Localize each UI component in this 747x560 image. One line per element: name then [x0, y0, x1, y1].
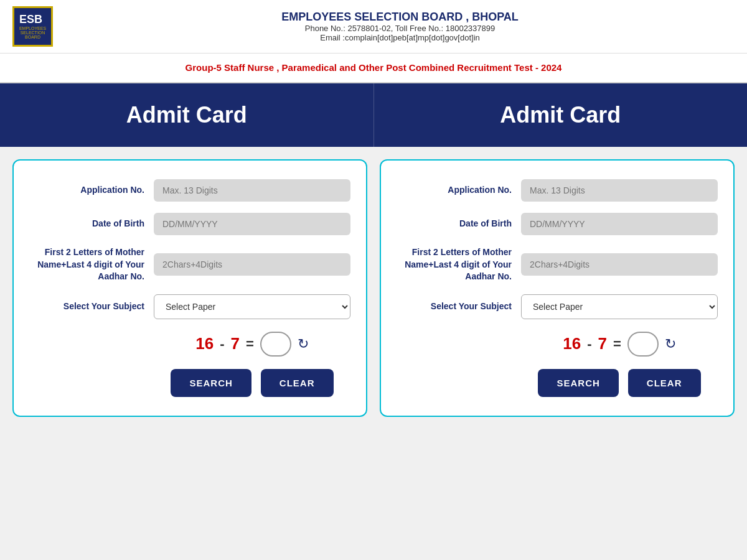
right-admit-title: Admit Card: [387, 102, 735, 128]
right-mother-label: First 2 Letters of Mother Name+Last 4 di…: [397, 246, 521, 283]
right-captcha-input[interactable]: [627, 332, 659, 357]
left-app-no-row: Application No.: [29, 179, 350, 202]
phone-info: Phone No.: 2578801-02, Toll Free No.: 18…: [65, 24, 735, 33]
right-dob-label: Date of Birth: [397, 218, 521, 230]
left-application-no-input[interactable]: [154, 179, 350, 202]
right-dob-row: Date of Birth: [397, 213, 718, 235]
right-subject-row: Select Your Subject Select Paper: [397, 294, 718, 319]
left-dob-label: Date of Birth: [29, 218, 154, 230]
left-captcha-operator: -: [220, 336, 224, 352]
right-refresh-icon[interactable]: ↻: [665, 336, 676, 352]
left-subject-label: Select Your Subject: [29, 294, 154, 313]
right-subject-label: Select Your Subject: [397, 294, 521, 313]
blue-banner: Admit Card Admit Card: [0, 83, 747, 147]
left-admit-banner: Admit Card: [0, 83, 374, 147]
right-captcha-num1: 16: [563, 334, 581, 353]
right-captcha-row: 16 - 7 = ↻: [521, 332, 718, 357]
org-logo: ESB EMPLOYEESSELECTIONBOARD: [12, 6, 53, 47]
right-clear-button[interactable]: CLEAR: [628, 369, 701, 397]
forms-area: Application No. Date of Birth First 2 Le…: [0, 147, 747, 429]
right-captcha-equals: =: [613, 336, 621, 352]
right-application-no-input[interactable]: [521, 179, 718, 202]
left-captcha-equals: =: [246, 336, 254, 352]
right-dob-input[interactable]: [521, 213, 718, 235]
left-captcha-input[interactable]: [260, 332, 291, 357]
left-admit-title: Admit Card: [12, 102, 361, 128]
logo-subtext: EMPLOYEESSELECTIONBOARD: [19, 26, 46, 39]
right-mother-row: First 2 Letters of Mother Name+Last 4 di…: [397, 246, 718, 283]
left-select-paper[interactable]: Select Paper: [154, 294, 350, 319]
left-dob-input[interactable]: [154, 213, 350, 235]
header-info: EMPLOYEES SELECTION BOARD , BHOPAL Phone…: [65, 11, 735, 42]
logo-text: ESB: [19, 14, 46, 25]
left-subject-row: Select Your Subject Select Paper: [29, 294, 350, 319]
right-search-button[interactable]: SEARCH: [538, 369, 618, 397]
left-refresh-icon[interactable]: ↻: [298, 336, 309, 352]
left-mother-label: First 2 Letters of Mother Name+Last 4 di…: [29, 246, 154, 283]
header: ESB EMPLOYEESSELECTIONBOARD EMPLOYEES SE…: [0, 0, 747, 54]
left-captcha-num2: 7: [230, 334, 239, 353]
right-admit-banner: Admit Card: [374, 83, 748, 147]
right-captcha-num2: 7: [598, 334, 606, 353]
left-app-no-label: Application No.: [29, 184, 154, 197]
left-search-button[interactable]: SEARCH: [171, 369, 251, 397]
left-mother-row: First 2 Letters of Mother Name+Last 4 di…: [29, 246, 350, 283]
email-info: Email :complain[dot]peb[at]mp[dot]gov[do…: [65, 33, 735, 42]
right-buttons-row: SEARCH CLEAR: [521, 369, 718, 397]
right-form-card: Application No. Date of Birth First 2 Le…: [380, 159, 735, 417]
left-dob-row: Date of Birth: [29, 213, 350, 235]
left-mother-input[interactable]: [154, 253, 350, 276]
left-clear-button[interactable]: CLEAR: [261, 369, 334, 397]
right-captcha-operator: -: [587, 336, 591, 352]
left-buttons-row: SEARCH CLEAR: [154, 369, 350, 397]
right-app-no-label: Application No.: [397, 184, 521, 197]
left-captcha-num1: 16: [195, 334, 214, 353]
right-select-paper[interactable]: Select Paper: [521, 294, 718, 319]
right-app-no-row: Application No.: [397, 179, 718, 202]
left-captcha-row: 16 - 7 = ↻: [154, 332, 350, 357]
subtitle-bar: Group-5 Staff Nurse , Paramedical and Ot…: [0, 54, 747, 83]
org-name: EMPLOYEES SELECTION BOARD , BHOPAL: [65, 11, 735, 24]
right-mother-input[interactable]: [521, 253, 718, 276]
subtitle-text: Group-5 Staff Nurse , Paramedical and Ot…: [186, 62, 562, 73]
left-form-card: Application No. Date of Birth First 2 Le…: [12, 159, 367, 417]
